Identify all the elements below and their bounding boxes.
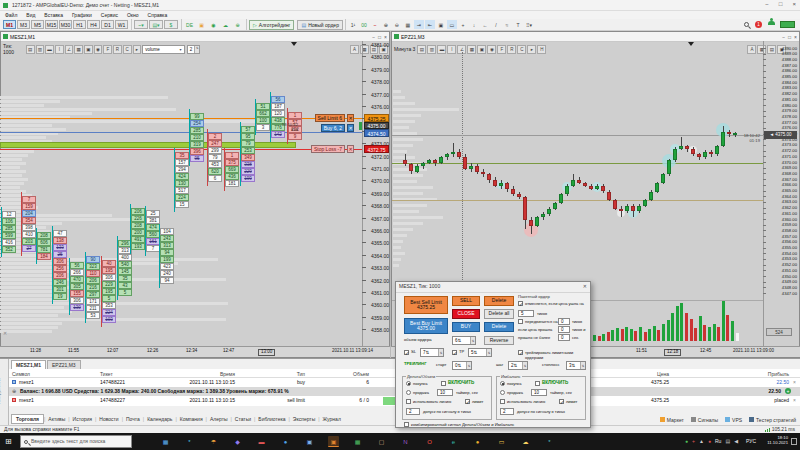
menu-Файл[interactable]: Файл	[5, 12, 17, 18]
tray-icon-2[interactable]: ▲	[699, 438, 704, 444]
left-mini-button-3[interactable]: I	[55, 45, 64, 54]
toolbar-right-icon-7[interactable]: ⇤	[425, 20, 435, 29]
left-mini-button-4[interactable]: ∠	[65, 45, 74, 54]
tab-Библиотека[interactable]: Библиотека	[255, 416, 288, 422]
limit-checkbox[interactable]	[465, 399, 470, 404]
left-right-button-3[interactable]: ▣	[379, 45, 388, 54]
taskbar-app-icon-5[interactable]: ●	[280, 436, 291, 447]
taskbar-app-icon-6[interactable]: ▣	[304, 436, 315, 447]
toolbar-right-icon-15[interactable]: T	[513, 20, 523, 29]
taskbar-app-icon-8[interactable]: ▦	[352, 436, 363, 447]
taskbar-app-icon-2[interactable]: ☂	[208, 436, 219, 447]
toolbar-right-icon-4[interactable]: ⊖	[392, 20, 402, 29]
packet-move-checkbox[interactable]	[518, 319, 523, 324]
combined-checkbox[interactable]	[404, 422, 409, 427]
menu-Окно[interactable]: Окно	[127, 12, 139, 18]
tool-Маркет[interactable]: Маркет	[660, 417, 684, 423]
timer-spin[interactable]: 10	[437, 389, 453, 396]
toolbar-right-icon-2[interactable]: ~	[370, 20, 380, 29]
left-mini-button-10[interactable]: C	[123, 45, 132, 54]
delete-all-button[interactable]: Delete all	[484, 309, 514, 319]
right-mini-button-0[interactable]: ▤	[417, 45, 426, 54]
left-window-titlebar[interactable]: MESZ1,M1 −□×	[1, 32, 389, 42]
tray-language[interactable]: РУС	[746, 439, 756, 445]
taskbar-app-icon-9[interactable]: ▢	[376, 436, 387, 447]
taskbar-app-icon-0[interactable]: ▦	[160, 436, 171, 447]
tab-История[interactable]: История	[70, 416, 95, 422]
left-mini-button-2[interactable]: ▬	[45, 45, 54, 54]
right-right-button-2[interactable]: ▤	[767, 45, 776, 54]
toolbar-mid-icon-1[interactable]: ▣	[196, 20, 207, 29]
packet-cancel-spin[interactable]: 5	[518, 310, 534, 317]
menu-Вставка[interactable]: Вставка	[44, 12, 63, 18]
close-order-icon[interactable]: ×	[793, 397, 796, 403]
right-mini-button-3[interactable]: I	[447, 45, 456, 54]
taskbar-search[interactable]: Введите здесь текст для поиска	[20, 435, 132, 448]
trailing-step-spin[interactable]: 2⇅⇅	[508, 361, 528, 370]
right-mini-button-8[interactable]: F	[497, 45, 506, 54]
sell-radio[interactable]	[500, 390, 505, 395]
tf-button-D1[interactable]: D1	[101, 20, 114, 29]
right-mini-button-1[interactable]: ▥	[427, 45, 436, 54]
maximize-icon[interactable]: □	[779, 1, 783, 7]
tray-clock[interactable]: 18:10 11.10.2021	[767, 436, 788, 445]
chart-tab-MESZ1,M1[interactable]: MESZ1,M1	[11, 360, 46, 369]
expand-plus-icon[interactable]: +	[785, 388, 791, 394]
left-mini-button-6[interactable]: ▣	[84, 45, 93, 54]
taskbar-app-icon-16[interactable]: *	[544, 436, 555, 447]
tray-icon-4[interactable]: Ru	[715, 438, 721, 444]
tool-Сигналы[interactable]: Сигналы	[691, 417, 718, 423]
right-mini-button-12[interactable]: H	[537, 45, 546, 54]
indicator-select[interactable]: volume▾	[142, 45, 184, 54]
trailing-start-spin[interactable]: 0⇅⇅	[452, 361, 472, 370]
toolbar-right-icon-14[interactable]: ≈	[502, 20, 512, 29]
menu-Справка[interactable]: Справка	[148, 12, 168, 18]
close-order-icon[interactable]: ×	[793, 379, 796, 385]
tab-Эксперты[interactable]: Эксперты	[290, 416, 318, 422]
right-mini-button-11[interactable]: ▸	[527, 45, 536, 54]
spin-arrows-icon[interactable]: ⇅	[458, 338, 462, 343]
left-right-button-2[interactable]: ▤	[370, 45, 379, 54]
tolerance-spin[interactable]: 2	[500, 408, 514, 415]
tf-button-M1[interactable]: M1	[3, 20, 16, 29]
left-right-button-1[interactable]: ▦	[360, 45, 369, 54]
right-window-controls[interactable]: −□×	[782, 34, 797, 40]
new-order-button[interactable]: ▤Новый ордер	[297, 20, 342, 30]
timer-spin[interactable]: 10	[531, 389, 547, 396]
right-right-button-3[interactable]: ▣	[777, 45, 786, 54]
close-position-button[interactable]: CLOSE	[452, 309, 480, 319]
buy-button[interactable]: BUY	[452, 322, 480, 332]
right-mini-button-5[interactable]: ▦	[467, 45, 476, 54]
column-header-Время[interactable]: Время	[170, 371, 235, 377]
buy-radio[interactable]	[406, 381, 411, 386]
right-mini-button-6[interactable]: ▣	[477, 45, 486, 54]
tf-button-H4[interactable]: H4	[87, 20, 100, 29]
balance-icon[interactable]: ⊕	[12, 388, 16, 394]
toolbar-right-icon-9[interactable]: ▭	[447, 20, 457, 29]
toolbar-mid-icon-4[interactable]: ⊕	[232, 20, 243, 29]
right-right-button-0[interactable]: A	[747, 45, 756, 54]
tray-icon-6[interactable]: ◀	[734, 438, 738, 444]
spin-arrows-icon[interactable]: ⇅	[458, 363, 462, 368]
right-mini-button-9[interactable]: R	[507, 45, 516, 54]
order-volume-spin[interactable]: 6⇅⇅	[452, 336, 476, 345]
left-window-controls[interactable]: −□×	[372, 34, 387, 40]
indicator-period-spin[interactable]: 2⇅	[187, 45, 201, 54]
packet-move-spin[interactable]: 0	[558, 318, 570, 325]
toolbar-mid-icon-2[interactable]: ◉	[208, 20, 219, 29]
tray-icon-5[interactable]: ▤	[725, 438, 730, 444]
left-right-button-0[interactable]: A	[350, 45, 359, 54]
right-right-button-1[interactable]: ▦	[757, 45, 766, 54]
minimize-icon[interactable]: −	[765, 1, 769, 7]
reverse-button[interactable]: Reverse	[484, 336, 514, 345]
tool-Тестер стратегий[interactable]: Тестер стратегий	[749, 417, 796, 423]
menu-Сервис[interactable]: Сервис	[101, 12, 118, 18]
algo-trading-button[interactable]: ▷Алготрейдинг	[249, 20, 294, 30]
toolbar-mid-icon-3[interactable]: ☁	[220, 20, 231, 29]
taskbar-app-icon-1[interactable]: *	[184, 436, 195, 447]
trailing-stop-spin[interactable]: 3⇅⇅	[566, 361, 586, 370]
delete-sell-button[interactable]: Delete	[484, 296, 514, 306]
sell-radio[interactable]	[406, 390, 411, 395]
enable-checkbox[interactable]	[535, 381, 540, 386]
toolbar-right-icon-10[interactable]: +	[458, 20, 468, 29]
